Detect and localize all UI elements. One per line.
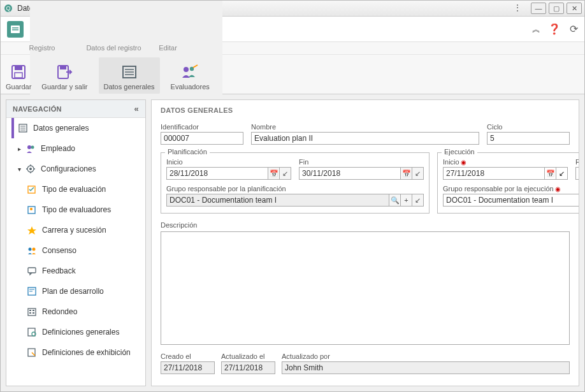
display-definitions-icon (27, 347, 38, 358)
general-data-button[interactable]: Datos generales (99, 57, 160, 94)
window-controls: ⋮ — ▢ ✕ (513, 3, 582, 14)
sidebar-item-feedback[interactable]: Feedback (6, 261, 145, 281)
sidebar-item-redondeo[interactable]: Redondeo (6, 301, 145, 322)
ribbon-tab-editar: Editar (144, 42, 192, 54)
general-data-label: Datos generales (104, 83, 155, 91)
minimize-button[interactable]: — (531, 3, 546, 14)
sidebar-item-label: Definiciones de exhibición (42, 348, 131, 357)
svg-point-20 (27, 145, 31, 149)
search-icon[interactable]: 🔍 (389, 194, 401, 207)
field-identificador: Identificador (161, 123, 243, 145)
required-icon: ◉ (461, 159, 466, 166)
svg-rect-6 (15, 66, 22, 70)
sidebar-item-empleado[interactable]: ▸ Empleado (6, 138, 145, 159)
plan-fin-input[interactable] (299, 167, 401, 180)
ribbon: Guardar Guardar y salir Datos generales … (1, 55, 584, 94)
selection-indicator (11, 118, 14, 138)
expand-icon: ▸ (18, 145, 25, 152)
consensus-icon (27, 245, 38, 256)
calendar-icon[interactable]: 📅 (401, 167, 412, 180)
clear-icon[interactable]: ↙ (280, 167, 291, 180)
help-icon[interactable]: ❓ (548, 23, 561, 35)
plan-inicio-label: Inicio (166, 158, 291, 166)
collapse-up-icon[interactable]: ︽ (532, 24, 539, 35)
svg-rect-34 (29, 310, 31, 311)
general-definitions-icon (27, 327, 38, 337)
field-grupo-plan: Grupo responsable por la planificación 🔍… (166, 185, 424, 207)
ejec-fin-input[interactable] (575, 167, 579, 180)
sidebar-item-configuraciones[interactable]: ▾ Configuraciones (6, 159, 145, 179)
sidebar-item-carrera-sucesion[interactable]: Carrera y sucesión (6, 220, 145, 240)
plan-inicio-input[interactable] (166, 167, 268, 180)
calendar-icon[interactable]: 📅 (545, 167, 556, 180)
field-creado-el: Creado el (161, 352, 215, 374)
module-icon (7, 21, 24, 38)
field-actualizado-el: Actualizado el (221, 352, 275, 374)
clear-icon[interactable]: ↙ (412, 167, 424, 180)
sidebar-item-plan-desarrollo[interactable]: Plan de desarrollo (6, 281, 145, 301)
creado-el-input (161, 361, 215, 374)
close-button[interactable]: ✕ (567, 3, 582, 14)
more-options-icon[interactable]: ⋮ (513, 3, 522, 14)
maximize-button[interactable]: ▢ (549, 3, 564, 14)
refresh-icon[interactable]: ⟳ (570, 23, 578, 35)
fieldset-planificacion: Planificación Inicio 📅 ↙ Fin (161, 152, 430, 214)
ejec-inicio-input[interactable] (443, 167, 545, 180)
field-ejec-inicio: Inicio◉ 📅 ↙ (443, 158, 568, 180)
fieldset-ejecucion: Ejecución Inicio◉ 📅 ↙ Fin (437, 152, 579, 214)
field-nombre: Nombre (251, 123, 479, 145)
save-exit-icon (56, 62, 73, 82)
clear-icon[interactable]: ↙ (412, 194, 424, 207)
actualizado-por-input (282, 361, 570, 374)
collapse-icon: ▾ (18, 166, 25, 173)
grupo-ejec-input[interactable] (443, 194, 579, 207)
svg-point-21 (31, 146, 34, 149)
svg-rect-35 (32, 310, 34, 311)
ribbon-separator (162, 60, 163, 89)
actualizado-por-label: Actualizado por (282, 352, 570, 360)
sidebar-item-tipo-evaluacion[interactable]: Tipo de evaluación (6, 179, 145, 200)
actualizado-el-label: Actualizado el (221, 352, 275, 360)
grupo-plan-label: Grupo responsable por la planificación (166, 185, 424, 192)
sidebar-collapse-icon[interactable]: « (134, 104, 139, 113)
identificador-input[interactable] (161, 132, 243, 145)
ciclo-input[interactable] (487, 132, 570, 145)
sidebar-item-datos-generales[interactable]: Datos generales (6, 118, 145, 138)
evaluators-button[interactable]: Evaluadores (166, 57, 215, 94)
sidebar-item-label: Carrera y sucesión (42, 226, 106, 235)
sidebar-item-label: Redondeo (42, 307, 77, 316)
field-ciclo: Ciclo (487, 123, 570, 145)
svg-point-23 (29, 168, 32, 170)
save-icon (10, 62, 27, 82)
page-header: Datos de la ejecución del plan de evalua… (1, 17, 584, 42)
sidebar-item-tipo-evaluadores[interactable]: Tipo de evaluadores (6, 200, 145, 220)
field-actualizado-por: Actualizado por (282, 352, 570, 374)
planificacion-legend: Planificación (165, 148, 210, 156)
ribbon-separator (96, 60, 96, 89)
creado-el-label: Creado el (161, 352, 215, 360)
ribbon-tab-registro: Registro (1, 42, 83, 54)
svg-point-28 (32, 248, 36, 251)
nombre-input[interactable] (251, 132, 479, 145)
sidebar-item-definiciones-exhibicion[interactable]: Definiciones de exhibición (6, 342, 145, 363)
sidebar-items: Datos generales ▸ Empleado ▾ Configuraci… (6, 118, 145, 363)
sidebar-item-consenso[interactable]: Consenso (6, 240, 145, 261)
descripcion-textarea[interactable] (161, 231, 570, 345)
required-icon: ◉ (555, 185, 561, 192)
svg-point-27 (29, 248, 32, 251)
field-plan-fin: Fin 📅 ↙ (299, 158, 424, 180)
rounding-icon (27, 307, 38, 317)
field-ejec-fin: Fin 📅 ↙ (575, 158, 579, 180)
gear-icon (25, 164, 37, 174)
save-button[interactable]: Guardar (1, 57, 36, 94)
evaluators-icon (181, 62, 199, 82)
add-icon[interactable]: + (401, 194, 412, 207)
svg-rect-7 (15, 73, 22, 78)
save-and-exit-button[interactable]: Guardar y salir (36, 57, 92, 94)
save-exit-label: Guardar y salir (41, 83, 87, 91)
sidebar-item-definiciones-generales[interactable]: Definiciones generales (6, 322, 145, 342)
actualizado-el-input (221, 361, 275, 374)
calendar-icon[interactable]: 📅 (268, 167, 280, 180)
svg-rect-3 (12, 27, 18, 29)
clear-icon[interactable]: ↙ (556, 167, 568, 180)
